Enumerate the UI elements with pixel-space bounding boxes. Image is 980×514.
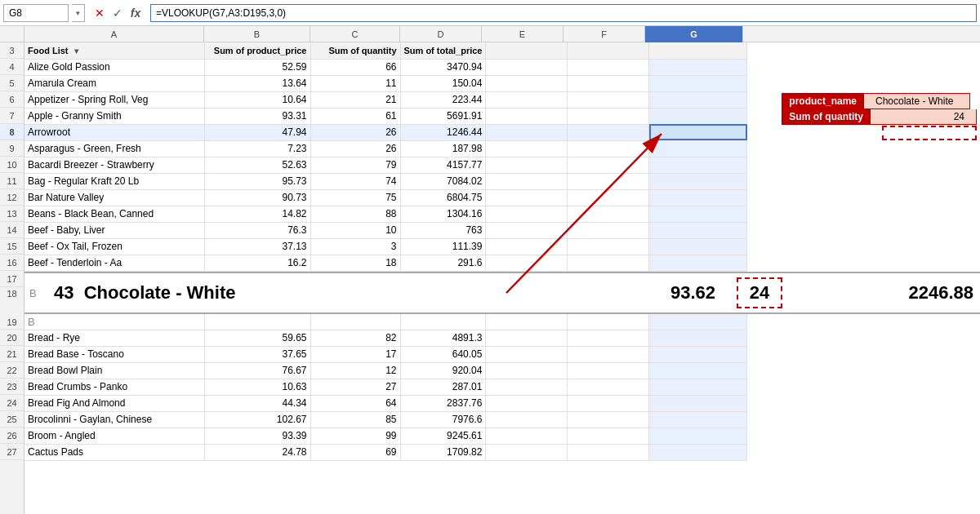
row-num-8[interactable]: 8 — [0, 124, 24, 140]
cell-g21[interactable] — [649, 346, 747, 362]
cell-a26[interactable]: Broom - Angled — [24, 428, 204, 444]
cell-f20[interactable] — [568, 330, 649, 346]
cell-c20[interactable]: 82 — [310, 330, 400, 346]
cell-b17[interactable]: 64.69 — [204, 271, 310, 287]
cell-b6[interactable]: 10.64 — [204, 91, 310, 108]
cell-c23[interactable]: 27 — [310, 379, 400, 395]
cell-f16[interactable] — [568, 255, 649, 271]
row-num-14[interactable]: 14 — [0, 222, 24, 238]
cell-e8[interactable] — [486, 124, 568, 140]
cell-g20[interactable] — [649, 330, 747, 346]
row-num-9[interactable]: 9 — [0, 140, 24, 157]
cell-g9[interactable] — [649, 140, 747, 157]
cell-f21[interactable] — [568, 346, 649, 362]
cell-f11[interactable] — [568, 173, 649, 189]
cell-a12[interactable]: Bar Nature Valley — [24, 189, 204, 206]
cell-c7[interactable]: 61 — [310, 108, 400, 124]
cell-d7[interactable]: 5691.91 — [400, 108, 486, 124]
cell-c13[interactable]: 88 — [310, 206, 400, 222]
cell-a24[interactable]: Bread Fig And Almond — [24, 395, 204, 411]
cell-d4[interactable]: 3470.94 — [400, 59, 486, 75]
cell-f7[interactable] — [568, 108, 649, 124]
cell-f24[interactable] — [568, 395, 649, 411]
cell-ref-dropdown[interactable]: ▾ — [72, 4, 85, 22]
row-num-3[interactable]: 3 — [0, 42, 24, 59]
cell-a22[interactable]: Bread Bowl Plain — [24, 362, 204, 379]
cell-b3[interactable]: Sum of product_price — [204, 42, 310, 59]
cell-f9[interactable] — [568, 140, 649, 157]
cell-d12[interactable]: 6804.75 — [400, 189, 486, 206]
cell-f8[interactable] — [568, 124, 649, 140]
cell-c15[interactable]: 3 — [310, 238, 400, 255]
row-num-13[interactable]: 13 — [0, 206, 24, 222]
cell-c14[interactable]: 10 — [310, 222, 400, 238]
cell-c6[interactable]: 21 — [310, 91, 400, 108]
cell-e6[interactable] — [486, 91, 568, 108]
cell-c16[interactable]: 18 — [310, 255, 400, 271]
cell-d23[interactable]: 287.01 — [400, 379, 486, 395]
cell-a14[interactable]: Beef - Baby, Liver — [24, 222, 204, 238]
row-num-12[interactable]: 12 — [0, 189, 24, 206]
cell-a11[interactable]: Bag - Regular Kraft 20 Lb — [24, 173, 204, 189]
cell-d18[interactable]: 93.62 — [400, 287, 486, 330]
cell-g12[interactable] — [649, 189, 747, 206]
confirm-icon[interactable]: ✓ — [109, 5, 126, 21]
cell-d16[interactable]: 291.6 — [400, 255, 486, 271]
cell-e7[interactable] — [486, 108, 568, 124]
cell-c3[interactable]: Sum of quantity — [310, 42, 400, 59]
cell-d3[interactable]: Sum of total_price — [400, 42, 486, 59]
cell-g3[interactable] — [649, 42, 747, 59]
row-num-27[interactable]: 27 — [0, 444, 24, 460]
cell-a9[interactable]: Asparagus - Green, Fresh — [24, 140, 204, 157]
col-header-e[interactable]: E — [482, 26, 564, 42]
cell-g22[interactable] — [649, 362, 747, 379]
cell-a10[interactable]: Bacardi Breezer - Strawberry — [24, 157, 204, 173]
row-num-24[interactable]: 24 — [0, 395, 24, 411]
row-num-18-19[interactable]: 1819 — [0, 287, 24, 330]
cell-c9[interactable]: 26 — [310, 140, 400, 157]
cell-ref-box[interactable]: G8 — [3, 4, 69, 22]
row-num-26[interactable]: 26 — [0, 428, 24, 444]
cell-a13[interactable]: Beans - Black Bean, Canned — [24, 206, 204, 222]
cell-a15[interactable]: Beef - Ox Tail, Frozen — [24, 238, 204, 255]
cell-c8[interactable]: 26 — [310, 124, 400, 140]
cell-f10[interactable] — [568, 157, 649, 173]
cell-f13[interactable] — [568, 206, 649, 222]
cell-e14[interactable] — [486, 222, 568, 238]
cell-a3[interactable]: Food List ▾ — [24, 42, 204, 59]
cell-b25[interactable]: 102.67 — [204, 411, 310, 428]
cell-a27[interactable]: Cactus Pads — [24, 444, 204, 460]
cell-b18[interactable] — [204, 287, 310, 330]
cell-g5[interactable] — [649, 75, 747, 91]
cell-a16[interactable]: Beef - Tenderloin - Aa — [24, 255, 204, 271]
cell-f14[interactable] — [568, 222, 649, 238]
cell-g26[interactable] — [649, 428, 747, 444]
cell-d25[interactable]: 7976.6 — [400, 411, 486, 428]
cell-b9[interactable]: 7.23 — [204, 140, 310, 157]
cell-e12[interactable] — [486, 189, 568, 206]
cell-d22[interactable]: 920.04 — [400, 362, 486, 379]
cell-g10[interactable] — [649, 157, 747, 173]
cell-e15[interactable] — [486, 238, 568, 255]
cell-a20[interactable]: Bread - Rye — [24, 330, 204, 346]
cell-a7[interactable]: Apple - Granny Smith — [24, 108, 204, 124]
cell-a5[interactable]: Amarula Cream — [24, 75, 204, 91]
cell-g6[interactable] — [649, 91, 747, 108]
cell-b11[interactable]: 95.73 — [204, 173, 310, 189]
cell-d27[interactable]: 1709.82 — [400, 444, 486, 460]
row-num-25[interactable]: 25 — [0, 411, 24, 428]
cell-e3[interactable] — [486, 42, 568, 59]
cell-b27[interactable]: 24.78 — [204, 444, 310, 460]
cell-c18[interactable] — [310, 287, 400, 330]
cell-d14[interactable]: 763 — [400, 222, 486, 238]
cell-d9[interactable]: 187.98 — [400, 140, 486, 157]
cell-d20[interactable]: 4891.3 — [400, 330, 486, 346]
cell-c25[interactable]: 85 — [310, 411, 400, 428]
col-header-b[interactable]: B — [204, 26, 310, 42]
row-num-17[interactable]: 17 — [0, 271, 24, 287]
cell-f22[interactable] — [568, 362, 649, 379]
cell-b7[interactable]: 93.31 — [204, 108, 310, 124]
cell-g18[interactable]: 2246.88 — [649, 287, 747, 330]
cell-f23[interactable] — [568, 379, 649, 395]
cell-g4[interactable] — [649, 59, 747, 75]
